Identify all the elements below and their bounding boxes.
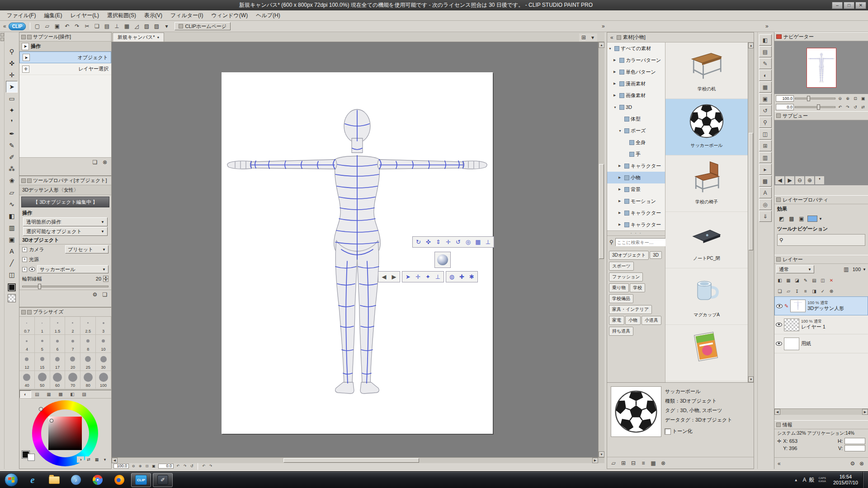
- material-tree-item[interactable]: ▶ 背景: [607, 183, 665, 195]
- subview-control-icon[interactable]: ◀: [775, 176, 784, 184]
- hidden-icons-button[interactable]: ▲: [791, 478, 802, 482]
- scroll-right-icon[interactable]: ▶: [592, 458, 598, 463]
- tree-arrow-icon[interactable]: ▶: [618, 223, 623, 226]
- menu-item[interactable]: 表示(V): [140, 11, 166, 20]
- tool-button[interactable]: ✐: [6, 151, 18, 163]
- brush-size-cell[interactable]: 4: [19, 335, 35, 353]
- delete-subtool-icon[interactable]: ⊗: [100, 158, 109, 166]
- navigator-zoom-icon[interactable]: ⊕: [844, 95, 851, 102]
- titlebar[interactable]: 新規キャンバス* (600 x 800px 72dpi 100.0%) 現在全て…: [0, 0, 868, 10]
- layer-command-icon[interactable]: ▱: [784, 287, 793, 295]
- navigator-rotate-value[interactable]: 0.0: [776, 104, 794, 110]
- layer-lock-icon[interactable]: ◫: [819, 277, 827, 284]
- color-panel-tab[interactable]: ▦: [43, 390, 55, 398]
- panel-dock-icon[interactable]: [27, 35, 32, 39]
- panel-menu-icon[interactable]: [617, 35, 621, 40]
- toolbar-button[interactable]: ▨: [152, 22, 161, 30]
- material-tree-item[interactable]: ▶ 小物: [607, 172, 665, 183]
- layer-effect-icon[interactable]: ▣: [797, 215, 806, 223]
- tool-button[interactable]: ✎: [6, 140, 18, 151]
- h-input[interactable]: [844, 438, 865, 444]
- start-button[interactable]: [5, 473, 18, 487]
- ime-alpha-mode[interactable]: A: [802, 477, 808, 483]
- layer-effect-icon[interactable]: ◩: [777, 215, 786, 223]
- menu-item[interactable]: ウィンドウ(W): [207, 11, 252, 20]
- minidock-button[interactable]: ◧: [759, 34, 772, 46]
- tool-button[interactable]: ❀: [6, 175, 18, 187]
- tree-arrow-icon[interactable]: ▶: [613, 82, 618, 85]
- panel-menu-icon[interactable]: [21, 178, 26, 183]
- show-desktop-button[interactable]: [863, 472, 868, 488]
- material-tree-item[interactable]: ▶ キャラクター: [607, 219, 665, 230]
- main-color-swatch[interactable]: [8, 283, 16, 291]
- tool-button[interactable]: ╱: [6, 257, 18, 269]
- navigator-rotate-icon[interactable]: ↶: [836, 104, 844, 110]
- minidock-button[interactable]: ▩: [759, 175, 772, 187]
- brush-size-cell[interactable]: 10: [96, 335, 111, 353]
- toolbar-button[interactable]: ◿: [132, 22, 141, 30]
- clip-paint-app-icon[interactable]: ✐: [153, 473, 173, 487]
- materials-footer-icon[interactable]: ⊟: [629, 459, 638, 467]
- menu-item[interactable]: 選択範囲(S): [103, 11, 140, 20]
- selectable-object-dropdown[interactable]: 選択可能なオブジェクト ▼: [23, 227, 108, 236]
- tabbar-button[interactable]: ⊞: [579, 33, 588, 42]
- tree-arrow-icon[interactable]: ▶: [618, 199, 623, 203]
- internet-explorer-icon[interactable]: e: [23, 473, 42, 487]
- materials-scrollbar[interactable]: ▲ ▼: [748, 42, 754, 382]
- menu-item[interactable]: レイヤー(L): [66, 11, 103, 20]
- dock-tab-icon[interactable]: [0, 38, 4, 41]
- navigator-zoom-value[interactable]: 100.0: [776, 95, 794, 102]
- outline-width-slider[interactable]: [22, 286, 108, 287]
- material-tag[interactable]: 小物: [625, 316, 641, 325]
- brush-size-cell[interactable]: 5: [35, 335, 50, 353]
- expand-object-icon[interactable]: +: [22, 267, 27, 272]
- brush-size-cell[interactable]: 1: [35, 317, 50, 335]
- ime-kanji-mode[interactable]: 般: [808, 476, 816, 484]
- panel-dock-icon[interactable]: [27, 310, 32, 314]
- subview-control-icon[interactable]: ▶: [785, 176, 794, 184]
- layer-list-scrollbar[interactable]: ◀ ▶: [774, 408, 868, 415]
- layer-row[interactable]: ✎ 100 % 通常 レイヤー 1: [774, 315, 868, 334]
- material-item[interactable]: 学校の椅子: [665, 155, 748, 212]
- editing-3d-object-button[interactable]: 【 3Dオブジェクト編集中 】: [21, 197, 109, 207]
- materials-footer-icon[interactable]: ⊗: [659, 459, 668, 467]
- minidock-button[interactable]: ◎: [759, 199, 772, 210]
- layer-row[interactable]: ✎ 用紙: [774, 334, 868, 353]
- material-tag[interactable]: 3Dオブジェクト: [609, 251, 649, 260]
- material-tree-item[interactable]: ▼ ポーズ: [607, 125, 665, 136]
- tool-navigation-box[interactable]: ⚲: [777, 234, 865, 246]
- material-item[interactable]: [665, 325, 748, 381]
- wrench-icon[interactable]: ⚙: [90, 291, 99, 299]
- brush-size-cell[interactable]: 70: [65, 371, 80, 389]
- scroll-left-icon[interactable]: ◀: [112, 458, 118, 463]
- tool-button[interactable]: ✒: [6, 128, 18, 140]
- navigator-view-frame[interactable]: [807, 48, 836, 88]
- color-mini-icon[interactable]: ▾: [101, 456, 108, 463]
- scroll-up-icon[interactable]: ▲: [599, 42, 604, 48]
- expand-materials-icon[interactable]: »: [600, 23, 606, 29]
- brush-size-cell[interactable]: 7: [65, 335, 80, 353]
- 3d-nav-icon[interactable]: ▶: [389, 272, 399, 282]
- navigator-rotate-slider[interactable]: [795, 106, 835, 108]
- rotation-value[interactable]: 0.0: [158, 464, 174, 469]
- firefox-icon[interactable]: [109, 473, 129, 487]
- color-mini-icon[interactable]: ⇄: [85, 456, 92, 463]
- layer-lock-icon[interactable]: ▦: [784, 277, 793, 284]
- tool-button[interactable]: ⚲: [6, 46, 18, 57]
- subtool-item[interactable]: ✛ レイヤー選択: [19, 63, 111, 75]
- maximize-button[interactable]: □: [844, 2, 854, 9]
- 3d-toolbar-icon[interactable]: ↻: [414, 237, 423, 247]
- tool-button[interactable]: ▭: [6, 93, 18, 104]
- material-tree-item[interactable]: ▶ 漫画素材: [607, 78, 665, 89]
- material-tree-item[interactable]: ▶ モーション: [607, 195, 665, 207]
- toolbar-button[interactable]: ↷: [72, 22, 81, 30]
- 3d-edit-icon[interactable]: ➤: [403, 272, 413, 282]
- material-item[interactable]: ノートPC_閉: [665, 212, 748, 268]
- panel-dock-icon[interactable]: [27, 178, 32, 183]
- toolbar-button[interactable]: ▣: [52, 22, 61, 30]
- media-player-icon[interactable]: ♪: [66, 473, 86, 487]
- layer-visibility-eye-icon[interactable]: [776, 304, 783, 308]
- tool-button[interactable]: ⁂: [6, 163, 18, 175]
- color-panel-tab[interactable]: ▤: [31, 390, 43, 398]
- canvas-viewport[interactable]: ↻✜⇕✛↺◎▦⊥ ◀▶ ➤✛✦⊥ ◍✚✱: [112, 42, 604, 457]
